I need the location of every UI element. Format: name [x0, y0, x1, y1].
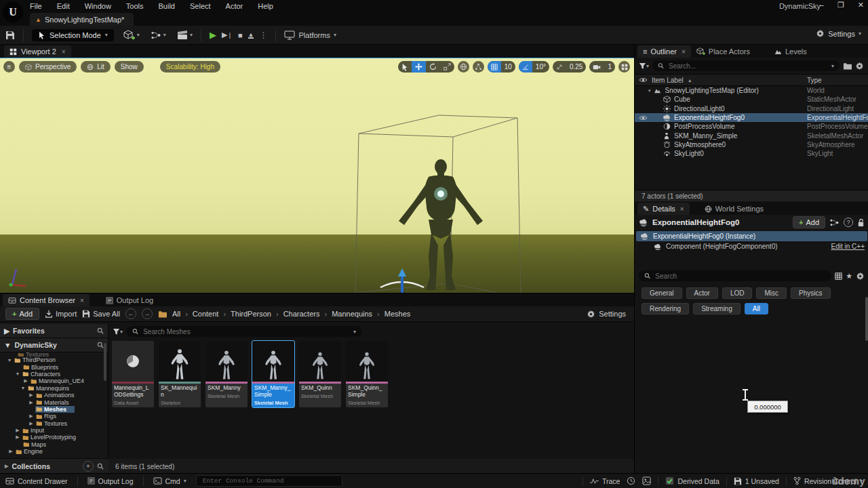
category-general[interactable]: General	[642, 287, 682, 299]
selection-mode-dropdown[interactable]: Selection Mode ▾	[32, 29, 114, 41]
tree-item[interactable]: ▶Mannequin_UE4	[0, 378, 108, 384]
frame-skip-button[interactable]: ▶❘	[222, 30, 233, 39]
scale-snap-icon[interactable]	[553, 61, 566, 73]
outliner-settings-icon[interactable]	[855, 62, 864, 70]
outliner-row[interactable]: SkyLight0SkyLight	[635, 149, 868, 158]
save-icon[interactable]	[5, 30, 15, 40]
category-lod[interactable]: LOD	[722, 287, 753, 299]
surface-snapping-icon[interactable]	[473, 61, 484, 73]
maximize-viewport-icon[interactable]	[618, 61, 630, 73]
breadcrumb-thirdperson[interactable]: ThirdPerson	[231, 310, 271, 318]
search-icon[interactable]	[97, 463, 104, 470]
tree-item[interactable]: ▼Mannequins	[0, 385, 108, 392]
tree-item[interactable]: Maps	[0, 441, 108, 448]
viewport-canvas[interactable]: ≡ Perspective Lit Show Scalability: High	[0, 58, 634, 293]
instance-row[interactable]: ExponentialHeightFog0 (Instance)	[636, 231, 867, 241]
view-mode-dropdown[interactable]: Lit	[81, 61, 111, 73]
category-physics[interactable]: Physics	[791, 287, 830, 299]
tree-item[interactable]: ▶Rigs	[0, 413, 108, 420]
transform-gizmo[interactable]	[375, 268, 429, 294]
menu-edit[interactable]: Edit	[57, 2, 70, 10]
asset-tile[interactable]: SK_MannequinSkeleton	[159, 341, 201, 407]
stop-button[interactable]: ■	[238, 31, 243, 39]
tree-scrollbar[interactable]	[104, 343, 106, 381]
viewport-tab-close-icon[interactable]: ×	[62, 48, 66, 56]
category-streaming[interactable]: Streaming	[693, 303, 741, 314]
category-rendering[interactable]: Rendering	[642, 303, 689, 314]
cb-filter-icon[interactable]: ▾	[113, 328, 123, 336]
rotation-snap-value[interactable]: 10°	[532, 61, 549, 73]
breadcrumb-content[interactable]: Content	[193, 310, 219, 318]
show-dropdown[interactable]: Show	[115, 61, 144, 73]
tab-content-browser[interactable]: Content Browser×	[3, 294, 90, 306]
save-all-button[interactable]: Save All	[82, 310, 120, 318]
tab-world-settings[interactable]: World Settings	[699, 203, 769, 215]
display-filter-icon[interactable]	[835, 272, 842, 280]
insights-clock-icon[interactable]	[627, 476, 635, 485]
tree-item[interactable]: ▼Characters	[0, 371, 108, 378]
outliner-row[interactable]: DirectionalLight0DirectionalLight	[635, 104, 868, 113]
outliner-row[interactable]: SkyAtmosphere0SkyAtmosphere	[635, 140, 868, 149]
tab-outliner[interactable]: ≡ Outliner×	[637, 45, 691, 58]
details-tab-close-icon[interactable]: ×	[680, 205, 684, 213]
add-collection-icon[interactable]: +	[83, 461, 94, 472]
outliner-column-header[interactable]: Item Label▲ Type	[635, 74, 868, 86]
unsaved-button[interactable]: 1 Unsaved	[734, 477, 779, 485]
unreal-engine-logo[interactable]: U	[3, 2, 23, 22]
details-settings-icon[interactable]	[856, 272, 865, 281]
scale-tool-icon[interactable]	[440, 61, 454, 73]
editor-settings-dropdown[interactable]: Settings ▾	[816, 29, 861, 38]
perspective-dropdown[interactable]: Perspective	[19, 61, 77, 73]
tab-details[interactable]: ✎ Details×	[637, 203, 690, 215]
tree-item[interactable]: ▶LevelPrototyping	[0, 434, 108, 441]
tree-item[interactable]: ▶Engine	[0, 448, 108, 455]
asset-tile[interactable]: SKM_MannySkeletal Mesh	[205, 341, 248, 407]
back-icon[interactable]: ←	[125, 308, 136, 319]
category-misc[interactable]: Misc	[756, 287, 787, 299]
outliner-row[interactable]: SKM_Manny_SimpleSkeletalMeshActor	[635, 131, 868, 140]
trace-button[interactable]: Trace	[590, 477, 620, 485]
outliner-search-input[interactable]	[667, 62, 828, 70]
cmd-dropdown[interactable]: Cmd▾	[153, 477, 186, 485]
console-command-input[interactable]	[201, 476, 337, 485]
cb-add-button[interactable]: +Add	[5, 308, 39, 320]
play-button[interactable]: ▶	[210, 30, 216, 40]
menu-select[interactable]: Select	[190, 2, 211, 10]
favorites-header[interactable]: ▶Favorites	[0, 324, 108, 338]
component-row[interactable]: Component (HeightFogComponent0) Edit in …	[635, 241, 868, 251]
maximize-button[interactable]: ❐	[837, 1, 844, 9]
rotation-snap-icon[interactable]	[519, 61, 532, 73]
close-button[interactable]: ✕	[858, 1, 864, 9]
camera-speed-value[interactable]: 1	[604, 61, 615, 73]
add-actor-icon[interactable]: ▾	[123, 30, 140, 41]
platforms-dropdown[interactable]: Platforms ▾	[284, 30, 336, 40]
menu-window[interactable]: Window	[85, 2, 111, 10]
details-scrollbar[interactable]	[865, 297, 868, 341]
screenshot-icon[interactable]	[642, 476, 651, 485]
create-folder-icon[interactable]	[843, 62, 852, 70]
outliner-filter-icon[interactable]: ▾	[639, 62, 649, 70]
breadcrumb-all[interactable]: All	[172, 310, 180, 318]
details-search-input[interactable]	[654, 272, 826, 281]
scale-snap-value[interactable]: 0.25	[566, 61, 586, 73]
lock-icon[interactable]	[857, 218, 865, 227]
breadcrumb-meshes[interactable]: Meshes	[384, 310, 411, 318]
world-local-toggle-icon[interactable]	[458, 61, 469, 73]
import-button[interactable]: Import	[45, 310, 77, 318]
breadcrumb-characters[interactable]: Characters	[283, 310, 320, 318]
menu-tools[interactable]: Tools	[126, 2, 144, 10]
level-tab[interactable]: ▲ SnowyLightingTestMap*	[30, 13, 134, 26]
tree-item[interactable]: Blueprints	[0, 363, 108, 370]
tree-item[interactable]: ▶Animations	[0, 392, 108, 399]
asset-tile[interactable]: SKM_QuinnSkeletal Mesh	[299, 341, 341, 407]
project-root-header[interactable]: ▼DynamicSky	[0, 338, 108, 352]
eject-button[interactable]: ▲	[248, 32, 254, 39]
tree-item-selected[interactable]: Meshes	[0, 406, 108, 413]
grid-snap-icon[interactable]	[488, 61, 501, 73]
help-icon[interactable]: ?	[844, 218, 853, 227]
tree-item[interactable]: Textures	[0, 352, 108, 357]
edit-in-cpp-link[interactable]: Edit in C++	[831, 243, 865, 250]
cb-settings-dropdown[interactable]: Settings	[587, 310, 629, 319]
console-command-box[interactable]	[196, 475, 342, 487]
move-tool-icon[interactable]	[412, 61, 426, 73]
